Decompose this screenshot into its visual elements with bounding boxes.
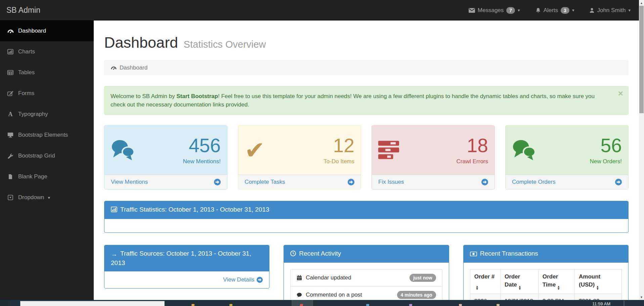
sidebar-item-charts[interactable]: Charts: [0, 41, 94, 62]
activity-time-badge: 4 minutes ago: [397, 291, 436, 299]
sidebar-item-blank-page[interactable]: Blank Page: [0, 166, 94, 187]
breadcrumb-item-dashboard: Dashboard: [120, 64, 147, 71]
sidebar-item-typography[interactable]: A Typography: [0, 104, 94, 125]
taskbar-app-icon[interactable]: [229, 304, 232, 306]
sidebar-item-label: Blank Page: [18, 173, 47, 180]
desktop-icon: [6, 132, 14, 138]
sidebar-item-tables[interactable]: Tables: [0, 62, 94, 83]
sort-icon: ▲▼: [518, 286, 521, 290]
recent-transactions-header: Recent Transactions: [464, 245, 628, 263]
user-dropdown[interactable]: John Smith ▾: [590, 7, 631, 14]
activity-list: Calendar updated just now Commented on a…: [290, 269, 442, 300]
sidebar-item-bootstrap-elements[interactable]: Bootstrap Elements: [0, 125, 94, 145]
taskbar-app-icon[interactable]: [300, 304, 303, 306]
stat-panel-crawl-errors: 18 Crawl Errors Fix Issues: [372, 125, 495, 189]
stat-panel-todo-items: ✔ 12 To-Do Items Complete Tasks: [238, 125, 361, 189]
traffic-statistics-title: Traffic Statistics: October 1, 2013 - Oc…: [120, 206, 269, 213]
scroll-down-arrow-icon[interactable]: ▼: [639, 294, 644, 300]
sort-icon: ▲▼: [596, 286, 599, 290]
traffic-sources-header: →Traffic Sources: October 1, 2013 - Octo…: [104, 245, 269, 271]
taskbar-app-icon[interactable]: [459, 304, 462, 306]
traffic-sources-title: Traffic Sources: October 1, 2013 - Octob…: [111, 250, 251, 266]
stat-action-label: View Mentions: [111, 179, 148, 185]
caret-down-icon: ▾: [518, 8, 520, 13]
recent-activity-header: Recent Activity: [284, 245, 448, 263]
comment-icon: [297, 293, 302, 297]
scrollbar-thumb[interactable]: [639, 6, 644, 113]
alert-text: Welcome to SB Admin by: [111, 93, 176, 99]
sidebar-item-bootstrap-grid[interactable]: Bootstrap Grid: [0, 145, 94, 166]
activity-time-badge: just now: [410, 274, 436, 282]
recent-transactions-title: Recent Transactions: [480, 250, 538, 257]
alerts-dropdown[interactable]: Alerts 3 ▾: [535, 7, 574, 14]
taskbar-divider: [624, 301, 624, 306]
tasks-icon: [378, 141, 399, 160]
scroll-up-arrow-icon[interactable]: ▲: [639, 0, 644, 6]
bar-chart-icon: [111, 206, 117, 215]
list-item: Calendar updated just now: [291, 269, 442, 287]
recent-activity-panel: Recent Activity Calendar updated just no…: [284, 245, 449, 300]
stat-action-label: Complete Orders: [512, 179, 555, 185]
traffic-sources-panel: →Traffic Sources: October 1, 2013 - Octo…: [104, 245, 269, 289]
alerts-label: Alerts: [544, 7, 558, 14]
activity-text: Calendar updated: [306, 274, 351, 281]
table-icon: [6, 70, 14, 75]
taskbar-app-icon[interactable]: [366, 304, 369, 306]
complete-orders-link[interactable]: Complete Orders: [506, 175, 628, 189]
column-header-order-number[interactable]: Order #▲▼: [470, 269, 500, 294]
edit-icon: [6, 91, 14, 96]
gauge-icon: [111, 65, 117, 70]
column-header-order-time[interactable]: Order Time▲▼: [538, 269, 574, 294]
traffic-statistics-chart-area: [104, 219, 628, 232]
caret-down-icon: ▾: [628, 8, 631, 13]
column-header-amount[interactable]: Amount (USD)▲▼: [575, 269, 622, 294]
font-icon: A: [6, 111, 14, 118]
view-details-label: View Details: [223, 276, 254, 283]
long-arrow-right-icon: →: [111, 250, 117, 259]
sidebar-item-label: Bootstrap Elements: [18, 132, 68, 138]
main-content: Dashboard Statistics Overview Dashboard …: [94, 20, 639, 300]
order-number-cell: 3326: [470, 294, 500, 300]
arrow-circle-right-icon: [257, 277, 263, 283]
sidebar-item-dashboard[interactable]: Dashboard: [0, 20, 94, 41]
alert-bold-text: Start Bootstrap: [176, 93, 218, 99]
user-name: John Smith: [597, 7, 626, 14]
sort-icon: ▲▼: [557, 286, 560, 290]
start-button[interactable]: [0, 300, 10, 306]
gauge-icon: [6, 28, 14, 34]
money-icon: [470, 250, 477, 259]
taskbar-app-icon[interactable]: [191, 304, 195, 306]
sidebar-item-label: Tables: [18, 69, 35, 76]
brand[interactable]: SB Admin: [0, 0, 47, 20]
taskbar-app-icon[interactable]: [497, 304, 500, 306]
welcome-alert: Welcome to SB Admin by Start Bootstrap! …: [104, 86, 629, 115]
sidebar: Dashboard Charts Tables Forms A Typograp…: [0, 20, 94, 300]
order-time-cell: 3:29 PM: [538, 294, 574, 300]
close-icon[interactable]: ×: [618, 89, 623, 98]
sidebar-item-dropdown[interactable]: Dropdown ▾: [0, 187, 94, 208]
stat-label: Crawl Errors: [457, 158, 488, 165]
file-icon: [6, 174, 14, 179]
sidebar-item-label: Dropdown: [18, 194, 44, 201]
stat-value: 18: [457, 136, 488, 156]
top-navbar: SB Admin Messages 7 ▾ Alerts 3 ▾ John Sm…: [0, 0, 644, 20]
taskbar-search-input[interactable]: [20, 301, 165, 306]
recent-transactions-panel: Recent Transactions Order #▲▼ Order Date…: [463, 245, 629, 300]
breadcrumb: Dashboard: [104, 60, 629, 75]
caret-square-down-icon: [6, 195, 14, 200]
view-details-link[interactable]: View Details: [223, 276, 263, 283]
taskbar-app-icon[interactable]: [409, 304, 412, 306]
arrow-circle-right-icon: [481, 179, 488, 185]
column-header-order-date[interactable]: Order Date▲▼: [500, 269, 538, 294]
page-header: Dashboard Statistics Overview: [104, 34, 629, 51]
vertical-scrollbar[interactable]: ▲ ▼: [639, 0, 644, 300]
sidebar-item-forms[interactable]: Forms: [0, 83, 94, 104]
table-row: 3326 10/21/2013 3:29 PM $321.33: [470, 294, 621, 300]
complete-tasks-link[interactable]: Complete Tasks: [238, 175, 361, 189]
sidebar-item-label: Bootstrap Grid: [18, 152, 55, 159]
messages-dropdown[interactable]: Messages 7 ▾: [469, 7, 520, 14]
fix-issues-link[interactable]: Fix Issues: [372, 175, 495, 189]
transactions-table: Order #▲▼ Order Date▲▼ Order Time▲▼ Amou…: [470, 269, 622, 300]
page-subtitle: Statistics Overview: [184, 39, 266, 50]
view-mentions-link[interactable]: View Mentions: [104, 175, 227, 189]
